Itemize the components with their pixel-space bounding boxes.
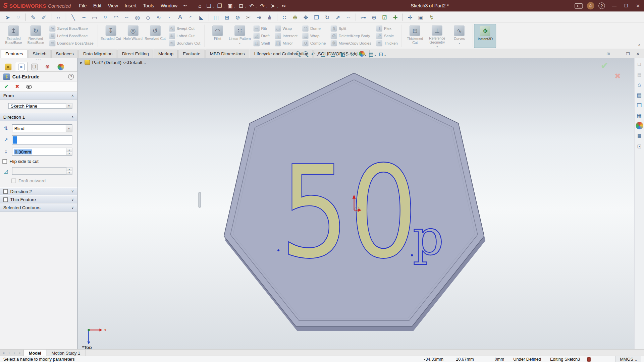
section-from-header[interactable]: From ∧ <box>0 92 77 100</box>
tab-markup[interactable]: Markup <box>154 50 178 58</box>
taskpane-collapse-icon[interactable]: ❏ <box>636 60 643 68</box>
zoom-to-area-icon[interactable] <box>302 50 309 57</box>
dimxpertmanager-tab[interactable]: ⊕ <box>41 62 54 71</box>
quick-snaps-icon[interactable]: ✛ <box>405 12 415 22</box>
sketch-picture-icon[interactable]: ▣ <box>416 12 426 22</box>
ribbon-shell[interactable]: ◻Shell <box>252 40 271 47</box>
sketch-text-p[interactable]: p <box>413 209 444 266</box>
tab-surfaces[interactable]: Surfaces <box>51 50 78 58</box>
mirror-entities-icon[interactable]: ◫ <box>211 12 221 22</box>
help-icon[interactable]: ? <box>598 2 605 9</box>
taskpane-view-palette-icon[interactable]: ▦ <box>636 112 643 119</box>
cancel-button[interactable]: ✖ <box>15 84 19 89</box>
point-tool-icon[interactable]: ∙ <box>164 12 175 22</box>
featuremanager-tab[interactable]: ≡ <box>2 62 14 71</box>
menu-insert[interactable]: Insert <box>121 0 140 11</box>
ribbon-lofted-boss-base[interactable]: ≋Lofted Boss/Base <box>48 32 95 40</box>
taskpane-design-library-icon[interactable]: ▤ <box>636 91 643 99</box>
ribbon-revolved-boss-base[interactable]: ↻Revolved Boss/Base <box>24 24 47 48</box>
zoom-to-fit-icon[interactable] <box>294 50 301 57</box>
end-condition-select[interactable]: Blind ∨ <box>12 124 72 132</box>
panel-splitter-handle[interactable] <box>198 192 201 208</box>
menu-file[interactable]: File <box>76 0 90 11</box>
apply-scene-icon[interactable]: ▤ <box>368 50 375 57</box>
spin-up-icon[interactable]: ▴ <box>66 168 72 171</box>
ellipse-tool-icon[interactable]: ◎ <box>132 12 143 22</box>
taskpane-pane-options-icon[interactable]: ⊡ <box>636 142 643 150</box>
thin-feature-checkbox[interactable] <box>3 197 8 201</box>
configurationmanager-tab[interactable]: ❏ <box>28 62 41 71</box>
spline-tool-icon[interactable]: ∿ <box>154 12 164 22</box>
confirmation-cancel-icon[interactable]: ✖ <box>614 71 621 81</box>
previous-view-icon[interactable]: ↶ <box>310 50 317 57</box>
window-close-button[interactable]: ✕ <box>632 0 644 11</box>
add-relation-icon[interactable]: ⊕ <box>369 12 379 22</box>
preview-eye-icon[interactable] <box>26 85 32 88</box>
section-direction2-header[interactable]: Direction 2 ∨ <box>0 187 77 195</box>
ok-button[interactable]: ✔ <box>4 83 8 89</box>
hide-show-items-icon[interactable]: ⊙ <box>349 50 356 57</box>
new-document-icon[interactable]: ❏ <box>205 1 213 10</box>
ribbon-thickened-cut[interactable]: ⊟Thickened Cut <box>404 24 426 48</box>
ribbon-scale[interactable]: ⇗Scale <box>375 32 399 40</box>
taskpane-custom-properties-icon[interactable]: ≣ <box>636 132 643 139</box>
doc-minimize-icon[interactable]: — <box>614 50 622 57</box>
select-tool-icon[interactable]: ➤ <box>2 12 13 22</box>
convert-entities-icon[interactable]: ⊞ <box>222 12 232 22</box>
from-plane-select[interactable]: Sketch Plane ∨ <box>8 103 72 109</box>
sketch-chamfer-tool-icon[interactable]: ◣ <box>196 12 207 22</box>
panel-grip[interactable]: ••• <box>0 58 77 62</box>
ribbon-intersect[interactable]: ∩Intersect <box>273 32 299 40</box>
tab-scroll-next-icon[interactable]: › <box>12 351 16 355</box>
flip-side-checkbox[interactable] <box>2 159 7 163</box>
sketch-fillet-tool-icon[interactable]: ◜ <box>185 12 196 22</box>
ribbon-swept-boss-base[interactable]: ∿Swept Boss/Base <box>48 25 95 33</box>
print-icon[interactable]: ⊟ <box>236 1 245 10</box>
stretch-entities-icon[interactable]: ⇔ <box>343 12 354 22</box>
menu-tools[interactable]: Tools <box>140 0 157 11</box>
ribbon-draft[interactable]: ◿Draft <box>252 32 271 40</box>
select-icon[interactable]: ➤ <box>269 1 277 10</box>
propertymanager-tab[interactable]: ≡ <box>15 62 28 71</box>
arc-tool-icon[interactable]: ◠ <box>111 12 121 22</box>
redo-icon[interactable]: ↷ <box>258 1 267 10</box>
taskpane-home-icon[interactable]: ⌂ <box>636 81 643 88</box>
display-relations-icon[interactable]: ⊶ <box>358 12 369 22</box>
tab-mbd-dimensions[interactable]: MBD Dimensions <box>205 50 249 58</box>
ribbon-move-copy-bodies[interactable]: ✥Move/Copy Bodies <box>329 40 373 47</box>
three-point-arc-tool-icon[interactable]: ⌢ <box>121 12 132 22</box>
home-icon[interactable]: ⌂ <box>196 1 204 10</box>
attach-icon[interactable]: ∾ <box>279 1 288 10</box>
ribbon-boundary-boss-base[interactable]: ≌Boundary Boss/Base <box>48 40 95 47</box>
unit-system-selector[interactable]: MMGS ▴ <box>615 356 641 362</box>
sketch-text-50[interactable]: 50 <box>280 138 418 287</box>
lasso-select-tool-icon[interactable]: ◌ <box>13 12 23 22</box>
text-tool-icon[interactable]: A <box>175 12 185 22</box>
ribbon-thicken[interactable]: ≡Thicken <box>375 40 399 47</box>
undo-icon[interactable]: ↶ <box>247 1 256 10</box>
spin-up-icon[interactable]: ▴ <box>66 148 72 152</box>
doc-close-icon[interactable]: ✕ <box>634 50 642 57</box>
dock-pane-icon[interactable]: ⊞ <box>604 50 612 57</box>
ribbon-mirror[interactable]: ◫Mirror <box>273 40 299 47</box>
3d-sketch-tool-icon[interactable]: ✐ <box>39 12 49 22</box>
ribbon-wrap[interactable]: ◡Wrap <box>301 32 328 40</box>
offset-entities-icon[interactable]: ⊚ <box>232 12 243 22</box>
polygon-tool-icon[interactable]: ◇ <box>143 12 153 22</box>
view-settings-icon[interactable]: ⊡ <box>377 50 384 57</box>
rectangle-tool-icon[interactable]: ▭ <box>90 12 100 22</box>
tab-scroll-first-icon[interactable]: « <box>2 351 6 355</box>
depth-input[interactable]: 0.30mm ▴ ▾ <box>12 148 72 156</box>
tab-model[interactable]: Model <box>24 350 47 356</box>
ribbon-dome[interactable]: ◠Dome <box>301 25 328 33</box>
fully-define-sketch-icon[interactable]: ☑ <box>379 12 390 22</box>
rotate-entities-icon[interactable]: ↻ <box>322 12 332 22</box>
move-entities-icon[interactable]: ✥ <box>301 12 311 22</box>
circle-tool-icon[interactable]: ○ <box>100 12 111 22</box>
sketch-tool-icon[interactable]: ✎ <box>28 12 38 22</box>
split-entities-icon[interactable]: ⋔ <box>265 12 275 22</box>
ribbon-reference-geometry[interactable]: ⊥Reference Geometry▾ <box>426 24 448 48</box>
ribbon-fillet[interactable]: ◠Fillet <box>207 24 229 48</box>
trim-entities-icon[interactable]: ✂ <box>243 12 254 22</box>
tab-scroll-prev-icon[interactable]: ‹ <box>7 351 11 355</box>
